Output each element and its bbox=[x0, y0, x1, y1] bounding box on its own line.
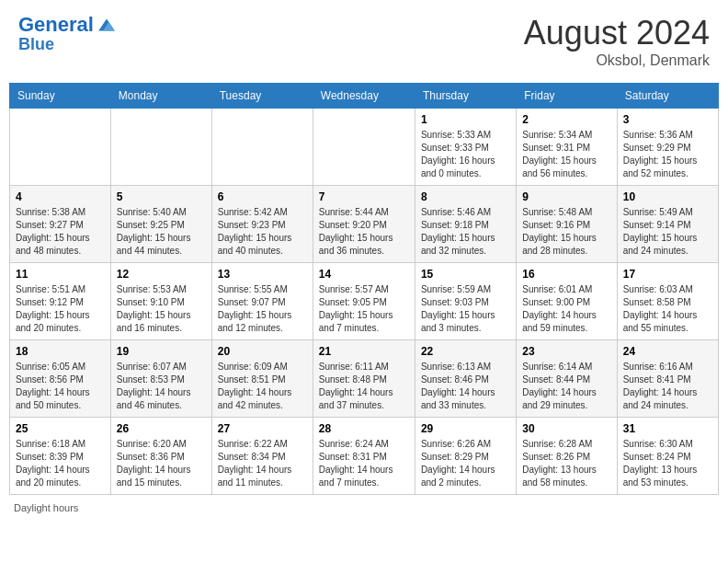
calendar-day-cell bbox=[110, 109, 211, 186]
calendar-day-cell: 23Sunrise: 6:14 AMSunset: 8:44 PMDayligh… bbox=[517, 340, 617, 418]
day-number: 29 bbox=[421, 422, 510, 435]
day-info: Sunrise: 6:13 AMSunset: 8:46 PMDaylight:… bbox=[421, 361, 510, 412]
month-year-title: August 2024 bbox=[524, 14, 710, 52]
day-number: 8 bbox=[421, 190, 510, 203]
day-info: Sunrise: 6:14 AMSunset: 8:44 PMDaylight:… bbox=[522, 361, 610, 412]
calendar-day-cell: 5Sunrise: 5:40 AMSunset: 9:25 PMDaylight… bbox=[110, 186, 211, 263]
day-info: Sunrise: 6:03 AMSunset: 8:58 PMDaylight:… bbox=[623, 283, 712, 335]
calendar-day-cell: 11Sunrise: 5:51 AMSunset: 9:12 PMDayligh… bbox=[10, 263, 111, 340]
day-number: 30 bbox=[522, 422, 610, 435]
day-info: Sunrise: 6:09 AMSunset: 8:51 PMDaylight:… bbox=[218, 361, 307, 412]
day-number: 21 bbox=[319, 345, 409, 358]
day-info: Sunrise: 6:28 AMSunset: 8:26 PMDaylight:… bbox=[522, 438, 610, 489]
day-info: Sunrise: 6:24 AMSunset: 8:31 PMDaylight:… bbox=[319, 438, 409, 489]
calendar-day-cell: 6Sunrise: 5:42 AMSunset: 9:23 PMDaylight… bbox=[211, 186, 313, 263]
calendar-day-cell: 28Sunrise: 6:24 AMSunset: 8:31 PMDayligh… bbox=[313, 418, 415, 495]
calendar-day-cell: 2Sunrise: 5:34 AMSunset: 9:31 PMDaylight… bbox=[517, 109, 617, 186]
logo-text-blue: Blue bbox=[18, 36, 118, 54]
day-number: 7 bbox=[319, 190, 409, 203]
calendar-table: SundayMondayTuesdayWednesdayThursdayFrid… bbox=[9, 83, 719, 495]
day-number: 17 bbox=[623, 268, 712, 281]
calendar-day-header: Monday bbox=[110, 84, 211, 109]
calendar-day-cell: 20Sunrise: 6:09 AMSunset: 8:51 PMDayligh… bbox=[211, 340, 313, 418]
day-number: 27 bbox=[218, 422, 307, 435]
daylight-label: Daylight hours bbox=[14, 502, 78, 513]
day-info: Sunrise: 5:40 AMSunset: 9:25 PMDaylight:… bbox=[117, 206, 206, 258]
day-number: 31 bbox=[623, 422, 712, 435]
page-header: General Blue August 2024 Oksbol, Denmark bbox=[9, 9, 719, 74]
day-number: 12 bbox=[117, 268, 206, 281]
day-info: Sunrise: 5:34 AMSunset: 9:31 PMDaylight:… bbox=[522, 129, 610, 180]
day-number: 20 bbox=[218, 345, 307, 358]
calendar-day-header: Saturday bbox=[617, 84, 718, 109]
calendar-week-row: 18Sunrise: 6:05 AMSunset: 8:56 PMDayligh… bbox=[10, 340, 719, 418]
day-number: 9 bbox=[522, 190, 610, 203]
day-info: Sunrise: 6:22 AMSunset: 8:34 PMDaylight:… bbox=[218, 438, 307, 489]
calendar-day-header: Tuesday bbox=[211, 84, 313, 109]
calendar-day-cell: 17Sunrise: 6:03 AMSunset: 8:58 PMDayligh… bbox=[617, 263, 718, 340]
calendar-day-cell: 10Sunrise: 5:49 AMSunset: 9:14 PMDayligh… bbox=[617, 186, 718, 263]
day-info: Sunrise: 6:01 AMSunset: 9:00 PMDaylight:… bbox=[522, 283, 610, 335]
day-number: 10 bbox=[623, 190, 712, 203]
day-info: Sunrise: 5:53 AMSunset: 9:10 PMDaylight:… bbox=[117, 283, 206, 335]
calendar-day-cell: 31Sunrise: 6:30 AMSunset: 8:24 PMDayligh… bbox=[617, 418, 718, 495]
day-info: Sunrise: 6:18 AMSunset: 8:39 PMDaylight:… bbox=[16, 438, 105, 489]
calendar-day-cell: 24Sunrise: 6:16 AMSunset: 8:41 PMDayligh… bbox=[617, 340, 718, 418]
calendar-day-cell: 19Sunrise: 6:07 AMSunset: 8:53 PMDayligh… bbox=[110, 340, 211, 418]
location-subtitle: Oksbol, Denmark bbox=[524, 52, 710, 69]
day-number: 22 bbox=[421, 345, 510, 358]
calendar-day-cell: 26Sunrise: 6:20 AMSunset: 8:36 PMDayligh… bbox=[110, 418, 211, 495]
day-number: 2 bbox=[522, 113, 610, 126]
calendar-header-row: SundayMondayTuesdayWednesdayThursdayFrid… bbox=[10, 84, 719, 109]
day-info: Sunrise: 5:57 AMSunset: 9:05 PMDaylight:… bbox=[319, 283, 409, 335]
calendar-day-header: Friday bbox=[517, 84, 617, 109]
calendar-day-cell: 29Sunrise: 6:26 AMSunset: 8:29 PMDayligh… bbox=[415, 418, 516, 495]
day-number: 25 bbox=[16, 422, 105, 435]
day-number: 24 bbox=[623, 345, 712, 358]
day-info: Sunrise: 5:49 AMSunset: 9:14 PMDaylight:… bbox=[623, 206, 712, 258]
calendar-day-header: Sunday bbox=[10, 84, 111, 109]
calendar-day-cell bbox=[10, 109, 111, 186]
day-info: Sunrise: 5:51 AMSunset: 9:12 PMDaylight:… bbox=[16, 283, 105, 335]
day-number: 11 bbox=[16, 268, 105, 281]
day-info: Sunrise: 6:30 AMSunset: 8:24 PMDaylight:… bbox=[623, 438, 712, 489]
calendar-day-cell: 9Sunrise: 5:48 AMSunset: 9:16 PMDaylight… bbox=[517, 186, 617, 263]
calendar-day-cell: 7Sunrise: 5:44 AMSunset: 9:20 PMDaylight… bbox=[313, 186, 415, 263]
day-number: 4 bbox=[16, 190, 105, 203]
day-number: 15 bbox=[421, 268, 510, 281]
day-number: 14 bbox=[319, 268, 409, 281]
calendar-day-cell: 27Sunrise: 6:22 AMSunset: 8:34 PMDayligh… bbox=[211, 418, 313, 495]
day-info: Sunrise: 5:46 AMSunset: 9:18 PMDaylight:… bbox=[421, 206, 510, 258]
calendar-day-cell: 1Sunrise: 5:33 AMSunset: 9:33 PMDaylight… bbox=[415, 109, 516, 186]
day-number: 19 bbox=[117, 345, 206, 358]
day-info: Sunrise: 6:16 AMSunset: 8:41 PMDaylight:… bbox=[623, 361, 712, 412]
day-number: 13 bbox=[218, 268, 307, 281]
day-info: Sunrise: 5:48 AMSunset: 9:16 PMDaylight:… bbox=[522, 206, 610, 258]
day-info: Sunrise: 6:20 AMSunset: 8:36 PMDaylight:… bbox=[117, 438, 206, 489]
day-info: Sunrise: 5:44 AMSunset: 9:20 PMDaylight:… bbox=[319, 206, 409, 258]
day-info: Sunrise: 6:05 AMSunset: 8:56 PMDaylight:… bbox=[16, 361, 105, 412]
calendar-day-cell: 4Sunrise: 5:38 AMSunset: 9:27 PMDaylight… bbox=[10, 186, 111, 263]
day-number: 1 bbox=[421, 113, 510, 126]
logo-text: General bbox=[18, 14, 94, 36]
calendar-day-cell: 12Sunrise: 5:53 AMSunset: 9:10 PMDayligh… bbox=[110, 263, 211, 340]
day-info: Sunrise: 5:33 AMSunset: 9:33 PMDaylight:… bbox=[421, 129, 510, 180]
calendar-day-cell bbox=[211, 109, 313, 186]
day-number: 28 bbox=[319, 422, 409, 435]
day-number: 5 bbox=[117, 190, 206, 203]
calendar-week-row: 1Sunrise: 5:33 AMSunset: 9:33 PMDaylight… bbox=[10, 109, 719, 186]
day-number: 3 bbox=[623, 113, 712, 126]
day-number: 26 bbox=[117, 422, 206, 435]
calendar-week-row: 25Sunrise: 6:18 AMSunset: 8:39 PMDayligh… bbox=[10, 418, 719, 495]
logo-icon bbox=[96, 14, 118, 36]
footer: Daylight hours bbox=[9, 502, 719, 513]
calendar-day-cell: 22Sunrise: 6:13 AMSunset: 8:46 PMDayligh… bbox=[415, 340, 516, 418]
day-info: Sunrise: 6:11 AMSunset: 8:48 PMDaylight:… bbox=[319, 361, 409, 412]
day-number: 23 bbox=[522, 345, 610, 358]
calendar-day-cell bbox=[313, 109, 415, 186]
calendar-week-row: 4Sunrise: 5:38 AMSunset: 9:27 PMDaylight… bbox=[10, 186, 719, 263]
calendar-day-cell: 3Sunrise: 5:36 AMSunset: 9:29 PMDaylight… bbox=[617, 109, 718, 186]
day-number: 6 bbox=[218, 190, 307, 203]
calendar-day-cell: 21Sunrise: 6:11 AMSunset: 8:48 PMDayligh… bbox=[313, 340, 415, 418]
calendar-day-cell: 15Sunrise: 5:59 AMSunset: 9:03 PMDayligh… bbox=[415, 263, 516, 340]
